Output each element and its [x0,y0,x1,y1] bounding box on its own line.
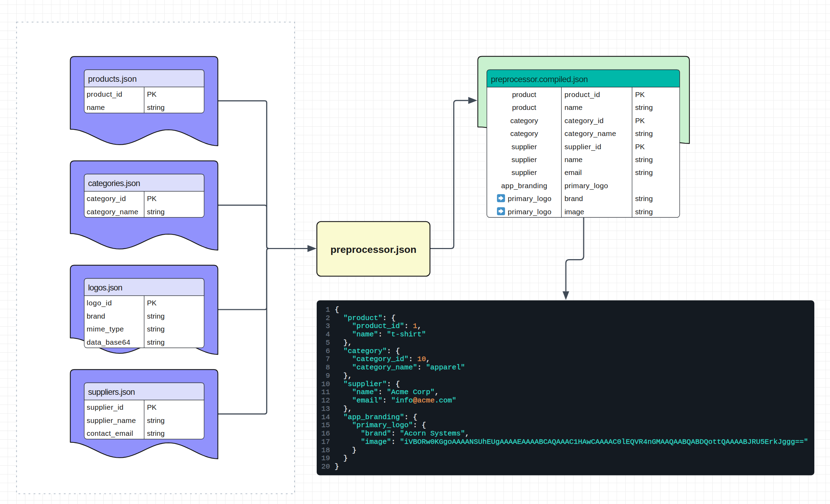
svg-text:string: string [635,155,653,163]
svg-text:"category_name": "apparel": "category_name": "apparel" [335,363,465,371]
svg-text:18: 18 [321,446,330,454]
svg-text:11: 11 [321,388,330,396]
svg-text:string: string [147,208,165,216]
svg-text:20: 20 [321,463,330,471]
svg-text:supplier_id: supplier_id [87,403,124,411]
svg-text:name: name [564,103,583,111]
svg-text:supplier_name: supplier_name [87,416,136,425]
svg-text:"product": {: "product": { [335,314,396,322]
svg-text:10: 10 [321,380,330,388]
svg-text:app_branding: app_branding [501,182,547,190]
svg-text:}: } [335,446,356,454]
svg-text:string: string [147,312,165,320]
svg-text:name: name [87,103,105,111]
svg-text:product_id: product_id [87,90,122,98]
svg-text:PK: PK [147,194,157,202]
svg-text:1: 1 [326,306,330,314]
svg-text:string: string [635,168,653,176]
svg-text:"category_id": 10,: "category_id": 10, [335,355,430,363]
svg-text:4: 4 [326,330,330,338]
svg-text:string: string [147,429,165,437]
svg-text:19: 19 [321,454,330,462]
svg-text:"product_id": 1,: "product_id": 1, [335,322,422,330]
svg-text:13: 13 [321,405,330,413]
svg-text:preprocessor.compiled.json: preprocessor.compiled.json [491,74,588,84]
svg-text:data_base64: data_base64 [87,338,130,346]
svg-text:"image": "iVBORw0KGgoAAAANSUhE: "image": "iVBORw0KGgoAAAANSUhEUgAAAAEAAA… [335,438,808,446]
svg-text:category_id: category_id [87,194,126,203]
svg-text:12: 12 [321,397,330,405]
svg-text:category: category [510,129,538,137]
svg-text:"email": "info@acme.com": "email": "info@acme.com" [335,397,456,405]
svg-text:logo_id: logo_id [87,299,112,307]
svg-text:"name": "t-shirt": "name": "t-shirt" [335,330,426,338]
svg-text:primary_logo: primary_logo [508,208,551,216]
svg-text:products.json: products.json [88,74,137,83]
svg-text:category_id: category_id [564,117,604,125]
svg-text:category: category [510,117,538,125]
svg-text:suppliers.json: suppliers.json [88,387,135,397]
svg-text:primary_logo: primary_logo [508,194,551,203]
svg-text:supplier: supplier [512,168,537,176]
svg-text:category_name: category_name [87,208,138,216]
svg-text:14: 14 [321,413,330,421]
svg-text:supplier: supplier [512,155,537,163]
svg-text:7: 7 [326,355,330,363]
svg-text:string: string [635,129,653,137]
svg-text:string: string [635,208,653,216]
svg-text:brand: brand [564,194,583,202]
svg-text:PK: PK [635,90,645,98]
svg-text:PK: PK [635,143,645,151]
svg-text:preprocessor.json: preprocessor.json [330,244,416,255]
svg-text:brand: brand [87,312,105,320]
svg-text:string: string [147,338,165,346]
svg-text:string: string [147,416,165,424]
svg-text:}: } [335,463,339,471]
svg-text:},: }, [335,405,352,413]
svg-text:}: } [335,454,348,462]
svg-text:product_id: product_id [564,90,600,99]
svg-text:PK: PK [635,117,645,125]
svg-text:"app_branding": {: "app_branding": { [335,413,417,421]
svg-text:supplier: supplier [512,143,537,151]
svg-text:"category": {: "category": { [335,347,400,355]
svg-text:PK: PK [147,403,157,411]
svg-text:15: 15 [321,421,330,429]
svg-text:"primary_logo": {: "primary_logo": { [335,421,426,429]
svg-text:},: }, [335,372,352,380]
svg-text:image: image [564,208,584,216]
svg-text:email: email [564,168,582,176]
svg-text:category_name: category_name [564,129,616,138]
svg-text:string: string [635,103,653,111]
svg-text:string: string [635,194,653,202]
svg-text:PK: PK [147,299,157,307]
svg-text:logos.json: logos.json [88,283,122,292]
svg-text:product: product [512,90,537,98]
svg-text:8: 8 [326,363,330,371]
svg-text:17: 17 [321,438,330,446]
svg-text:"name": "Acme Corp",: "name": "Acme Corp", [335,388,439,396]
svg-text:categories.json: categories.json [88,178,140,188]
svg-text:16: 16 [321,430,330,438]
svg-text:},: }, [335,339,352,347]
svg-text:9: 9 [326,372,330,380]
svg-text:{: { [335,306,339,314]
svg-text:contact_email: contact_email [87,429,133,438]
svg-text:3: 3 [326,322,330,330]
svg-text:name: name [564,155,583,163]
svg-text:supplier_id: supplier_id [564,143,601,151]
svg-text:mime_type: mime_type [87,325,124,333]
svg-text:5: 5 [326,339,330,347]
svg-text:PK: PK [147,90,157,98]
svg-text:"supplier": {: "supplier": { [335,380,400,388]
svg-text:"brand": "Acorn Systems",: "brand": "Acorn Systems", [335,430,469,438]
svg-text:string: string [147,103,165,111]
svg-text:primary_logo: primary_logo [564,182,608,190]
svg-text:product: product [512,103,537,111]
svg-text:string: string [147,325,165,333]
svg-text:2: 2 [326,314,330,322]
svg-text:6: 6 [326,347,330,355]
